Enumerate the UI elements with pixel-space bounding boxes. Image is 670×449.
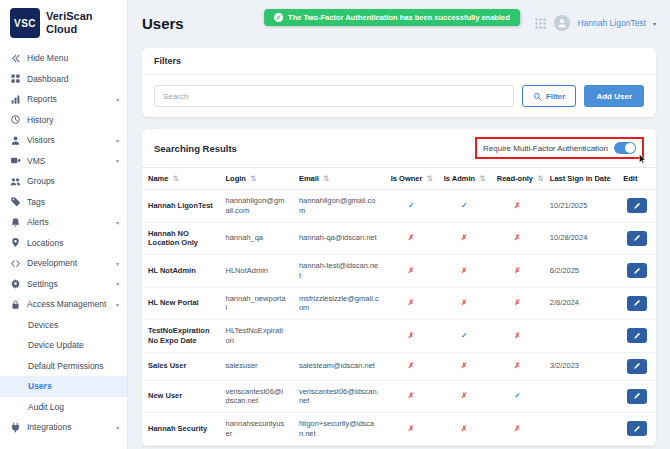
sidebar-item-label: Groups: [27, 176, 55, 186]
table-row: TestNoExpiration No Expo Date HLTestNoEx…: [142, 320, 656, 353]
brand-name-line2: Cloud: [46, 23, 92, 36]
sidebar-item-devices[interactable]: Devices: [0, 315, 127, 336]
alerts-icon: [10, 217, 21, 228]
edit-user-button[interactable]: [627, 328, 647, 343]
sidebar-item-locations[interactable]: Locations: [0, 233, 127, 254]
user-menu[interactable]: Hannah LigonTest: [577, 18, 646, 28]
sidebar-item-label: VMS: [27, 156, 45, 166]
sidebar-item-label: Tags: [27, 197, 45, 207]
page-title: Users: [142, 15, 184, 32]
user-email-cell: hannahligon@gmail.com: [293, 190, 385, 223]
user-login-cell: salesuser: [220, 352, 293, 380]
last-sign-in-cell: 2/8/2024: [544, 287, 617, 320]
user-email-cell: hligon+security@idscan.net: [293, 413, 385, 446]
filter-button[interactable]: Filter: [522, 85, 577, 107]
sidebar-item-development[interactable]: Development ▾: [0, 253, 127, 274]
mfa-toggle[interactable]: [614, 142, 636, 154]
chevron-down-icon[interactable]: ▾: [653, 20, 656, 27]
table-row: Hannah Security hannahsecurityuser hligo…: [142, 413, 656, 446]
is-admin-mark: ✗: [461, 361, 467, 370]
sidebar-item-hide-menu[interactable]: Hide Menu: [0, 48, 127, 69]
sidebar-item-alerts[interactable]: Alerts ▾: [0, 212, 127, 233]
sidebar-item-audit-log[interactable]: Audit Log: [0, 397, 127, 418]
is-owner-mark: ✗: [408, 331, 414, 340]
column-header-login[interactable]: Login ⇅: [220, 168, 293, 190]
user-name-cell: Hannah NO Location Only: [142, 222, 220, 255]
mfa-annotation-box: Require Multi-Factor Authentication: [475, 137, 644, 159]
add-user-button-label: Add User: [596, 92, 632, 101]
user-login-cell: veriscantest06@idscan.net: [220, 380, 293, 413]
visitors-icon: [10, 135, 21, 146]
results-card: Searching Results Require Multi-Factor A…: [142, 129, 656, 446]
is-admin-mark: ✓: [461, 331, 467, 340]
app-window: VSC VeriScan Cloud Hide Menu Dashboard R…: [0, 0, 670, 449]
is-admin-mark: ✗: [461, 424, 467, 433]
sidebar-item-integrations[interactable]: Integrations ▾: [0, 417, 127, 438]
check-circle-icon: ✓: [274, 13, 283, 22]
cursor-icon: [637, 152, 648, 166]
edit-user-button[interactable]: [627, 198, 647, 213]
sidebar-item-device-update[interactable]: Device Update: [0, 335, 127, 356]
read-only-mark: ✗: [514, 424, 520, 433]
column-header-last-sign-in[interactable]: Last Sign in Date: [544, 168, 617, 190]
edit-user-button[interactable]: [627, 421, 647, 436]
is-admin-mark: ✗: [461, 391, 467, 400]
last-sign-in-cell: [544, 413, 617, 446]
last-sign-in-cell: [544, 320, 617, 353]
sidebar-item-reports[interactable]: Reports ▾: [0, 89, 127, 110]
history-icon: [10, 114, 21, 125]
column-header-email[interactable]: Email ⇅: [293, 168, 385, 190]
mfa-toggle-label: Require Multi-Factor Authentication: [483, 144, 608, 153]
is-admin-mark: ✓: [461, 201, 467, 210]
sidebar-item-groups[interactable]: Groups: [0, 171, 127, 192]
is-owner-mark: ✗: [408, 298, 414, 307]
table-row: HL New Portal hannah_newportal msfrizzle…: [142, 287, 656, 320]
sidebar-item-label: Audit Log: [28, 402, 64, 412]
sidebar-item-vms[interactable]: VMS ▾: [0, 151, 127, 172]
sidebar-nav: Hide Menu Dashboard Reports ▾ History Vi…: [0, 48, 127, 438]
topbar-right: Hannah LigonTest ▾: [534, 15, 656, 31]
sidebar-item-settings[interactable]: Settings ▾: [0, 274, 127, 295]
mfa-toggle-knob: [625, 143, 635, 153]
edit-user-button[interactable]: [627, 231, 647, 246]
pencil-icon: [633, 332, 641, 340]
column-header-read-only[interactable]: Read-only ⇅: [491, 168, 544, 190]
search-input[interactable]: [154, 85, 514, 107]
brand-logo: VSC: [10, 8, 40, 38]
column-header-is-admin[interactable]: Is Admin ⇅: [438, 168, 491, 190]
sidebar-item-visitors[interactable]: Visitors ▾: [0, 130, 127, 151]
avatar[interactable]: [554, 15, 570, 31]
is-owner-mark: ✗: [408, 391, 414, 400]
pencil-icon: [633, 267, 641, 275]
sidebar-item-label: Users: [28, 381, 52, 391]
chevron-down-icon: ▾: [116, 219, 119, 226]
edit-user-button[interactable]: [627, 359, 647, 374]
sidebar-item-users[interactable]: Users: [0, 376, 127, 397]
sidebar-item-label: Locations: [27, 238, 63, 248]
is-owner-mark: ✓: [408, 201, 414, 210]
sidebar-item-access-management[interactable]: Access Management ▾: [0, 294, 127, 315]
filters-body: Filter Add User: [142, 75, 656, 117]
sidebar-item-dashboard[interactable]: Dashboard: [0, 69, 127, 90]
sidebar-item-tags[interactable]: Tags: [0, 192, 127, 213]
chevron-down-icon: ▾: [116, 260, 119, 267]
users-table: Name ⇅ Login ⇅ Email ⇅ Is Owner ⇅ Is Adm…: [142, 167, 656, 446]
column-header-is-owner[interactable]: Is Owner ⇅: [385, 168, 438, 190]
dashboard-icon: [10, 73, 21, 84]
add-user-button[interactable]: Add User: [584, 85, 644, 107]
user-name-cell: New User: [142, 380, 220, 413]
edit-user-button[interactable]: [627, 296, 647, 311]
is-owner-mark: ✗: [408, 361, 414, 370]
apps-grid-icon[interactable]: [534, 17, 547, 30]
sidebar-item-label: Visitors: [27, 135, 55, 145]
sort-icon: ⇅: [173, 174, 179, 183]
sidebar-item-default-permissions[interactable]: Default Permissions: [0, 356, 127, 377]
column-header-name[interactable]: Name ⇅: [142, 168, 220, 190]
edit-user-button[interactable]: [627, 389, 647, 404]
brand[interactable]: VSC VeriScan Cloud: [0, 0, 127, 48]
settings-icon: [10, 278, 21, 289]
lock-icon: [10, 299, 21, 310]
table-row: HL NotAdmin HLNotAdmin hannah-test@idsca…: [142, 255, 656, 288]
edit-user-button[interactable]: [627, 263, 647, 278]
sidebar-item-history[interactable]: History: [0, 110, 127, 131]
